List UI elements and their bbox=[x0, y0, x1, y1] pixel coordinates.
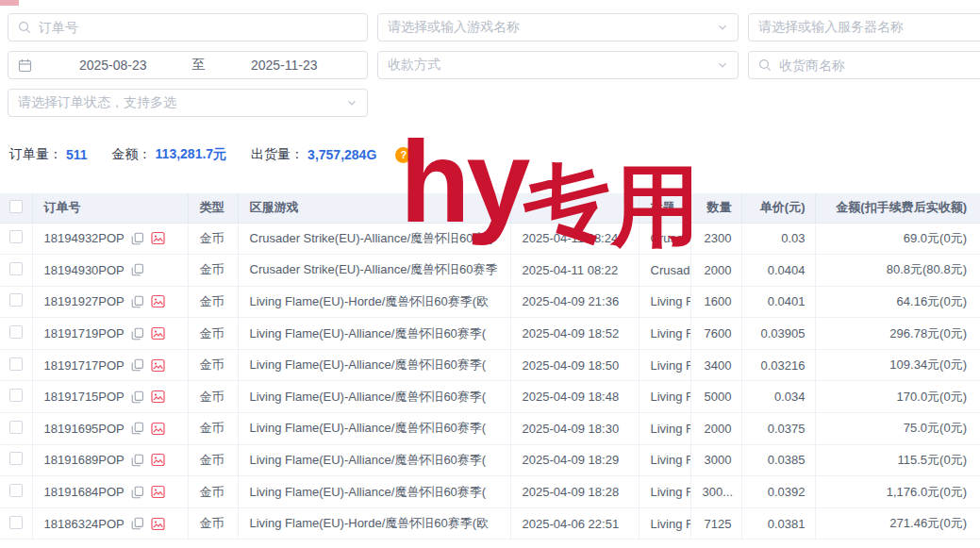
order-time: 2025-04-11 08:24 bbox=[510, 223, 639, 255]
row-checkbox[interactable] bbox=[9, 484, 23, 497]
image-icon[interactable] bbox=[151, 485, 165, 499]
order-price: 0.03905 bbox=[741, 318, 815, 350]
order-title: Crusade bbox=[639, 255, 690, 287]
help-icon[interactable]: ? bbox=[395, 147, 411, 163]
table-row: 18194932POP 金币 Crusader Strike(EU)-Allia… bbox=[0, 223, 980, 255]
copy-icon[interactable] bbox=[131, 390, 144, 404]
row-checkbox[interactable] bbox=[9, 357, 23, 371]
search-icon bbox=[758, 58, 772, 72]
order-time: 2025-04-09 18:50 bbox=[510, 349, 639, 381]
game-select[interactable]: 请选择或输入游戏名称 bbox=[377, 13, 739, 42]
copy-icon[interactable] bbox=[131, 422, 144, 435]
order-number: 18194932POP bbox=[44, 231, 125, 245]
image-icon[interactable] bbox=[151, 294, 165, 308]
image-icon[interactable] bbox=[151, 358, 165, 373]
order-amount: 109.34元(0元) bbox=[815, 349, 980, 381]
copy-icon[interactable] bbox=[131, 486, 144, 499]
game-select-placeholder: 请选择或输入游戏名称 bbox=[388, 19, 520, 36]
payment-method-select[interactable]: 收款方式 bbox=[377, 51, 739, 79]
row-checkbox[interactable] bbox=[9, 262, 23, 275]
order-game: Living Flame(EU)-Alliance/魔兽怀旧60赛季( bbox=[238, 318, 510, 350]
row-checkbox[interactable] bbox=[9, 389, 23, 402]
table-header-row: 订单号 类型 区服游戏 标题 数量 单价(元) 金额(扣手续费后实收额) bbox=[0, 193, 980, 223]
order-amount: 64.16元(0元) bbox=[815, 286, 980, 318]
date-end[interactable]: 2025-11-23 bbox=[211, 58, 358, 73]
date-to-label: 至 bbox=[187, 57, 211, 74]
order-price: 0.03216 bbox=[741, 349, 815, 381]
copy-icon[interactable] bbox=[131, 327, 144, 340]
stat-shipment: 出货量： 3,757,284G bbox=[251, 146, 376, 163]
row-checkbox[interactable] bbox=[9, 325, 23, 339]
copy-icon[interactable] bbox=[131, 295, 144, 308]
order-status-select[interactable]: 请选择订单状态，支持多选 bbox=[8, 89, 368, 117]
copy-icon[interactable] bbox=[131, 454, 144, 467]
col-type: 类型 bbox=[188, 193, 238, 223]
col-title: 标题 bbox=[639, 193, 690, 223]
order-time: 2025-04-06 22:51 bbox=[510, 507, 639, 540]
row-checkbox[interactable] bbox=[9, 293, 23, 307]
order-type: 金币 bbox=[188, 349, 238, 381]
order-amount: 115.5元(0元) bbox=[815, 444, 980, 476]
col-order-no: 订单号 bbox=[32, 193, 188, 223]
amount-value: 113,281.7元 bbox=[156, 146, 227, 163]
server-select[interactable]: 请选择或输入服务器名称 bbox=[748, 13, 980, 42]
order-amount: 1,176.0元(0元) bbox=[815, 476, 980, 508]
copy-icon[interactable] bbox=[131, 263, 144, 276]
order-number-search[interactable] bbox=[8, 13, 368, 42]
row-checkbox[interactable] bbox=[9, 452, 23, 465]
date-start[interactable]: 2025-08-23 bbox=[40, 58, 187, 73]
copy-icon[interactable] bbox=[131, 358, 144, 372]
order-number: 18194930POP bbox=[44, 263, 125, 277]
order-price: 0.0375 bbox=[741, 413, 815, 445]
image-icon[interactable] bbox=[151, 390, 165, 404]
image-icon[interactable] bbox=[151, 231, 165, 245]
receiver-search[interactable] bbox=[748, 51, 980, 79]
table-row: 18186324POP 金币 Living Flame(EU)-Horde/魔兽… bbox=[0, 507, 980, 540]
order-count-value: 511 bbox=[66, 147, 88, 162]
image-icon[interactable] bbox=[151, 453, 165, 467]
order-price: 0.0385 bbox=[741, 444, 815, 476]
shipment-value: 3,757,284G bbox=[307, 147, 376, 162]
row-checkbox[interactable] bbox=[9, 516, 23, 529]
order-type: 金币 bbox=[188, 476, 238, 508]
col-time bbox=[510, 193, 639, 223]
order-qty: 7125 bbox=[690, 507, 741, 540]
status-select-placeholder: 请选择订单状态，支持多选 bbox=[18, 94, 176, 111]
calendar-icon bbox=[18, 58, 32, 73]
row-checkbox[interactable] bbox=[9, 421, 23, 434]
image-icon[interactable] bbox=[151, 326, 165, 340]
order-type: 金币 bbox=[188, 507, 238, 540]
date-range-picker[interactable]: 2025-08-23 至 2025-11-23 bbox=[8, 51, 368, 79]
chevron-down-icon bbox=[346, 97, 357, 108]
order-price: 0.0404 bbox=[741, 255, 815, 287]
order-qty: 5000 bbox=[690, 381, 741, 413]
order-number: 18191719POP bbox=[44, 326, 125, 340]
order-qty: 1600 bbox=[690, 286, 741, 318]
receiver-search-input[interactable] bbox=[779, 58, 980, 73]
table-row: 18191717POP 金币 Living Flame(EU)-Alliance… bbox=[0, 349, 980, 381]
order-qty: 3400 bbox=[690, 349, 741, 381]
col-amount: 金额(扣手续费后实收额) bbox=[815, 193, 980, 223]
header-checkbox[interactable] bbox=[9, 200, 23, 213]
order-title: Crusade bbox=[639, 223, 690, 255]
order-price: 0.0392 bbox=[741, 476, 815, 508]
image-icon[interactable] bbox=[151, 422, 165, 436]
orders-table: 订单号 类型 区服游戏 标题 数量 单价(元) 金额(扣手续费后实收额) 181… bbox=[0, 193, 980, 540]
chevron-down-icon bbox=[717, 59, 728, 71]
order-game: Living Flame(EU)-Alliance/魔兽怀旧60赛季( bbox=[238, 413, 510, 445]
image-icon[interactable] bbox=[151, 517, 165, 531]
order-game: Living Flame(EU)-Horde/魔兽怀旧60赛季(欧 bbox=[238, 286, 510, 318]
order-number-input[interactable] bbox=[39, 20, 357, 35]
row-checkbox[interactable] bbox=[9, 230, 23, 243]
server-select-placeholder: 请选择或输入服务器名称 bbox=[758, 19, 904, 36]
order-game: Living Flame(EU)-Alliance/魔兽怀旧60赛季( bbox=[238, 444, 510, 476]
order-time: 2025-04-09 18:48 bbox=[510, 381, 639, 413]
order-qty: 300... bbox=[690, 476, 741, 508]
copy-icon[interactable] bbox=[131, 232, 144, 245]
order-game: Living Flame(EU)-Alliance/魔兽怀旧60赛季( bbox=[238, 476, 510, 508]
order-title: Living Fl bbox=[639, 413, 690, 445]
payment-select-placeholder: 收款方式 bbox=[388, 57, 440, 74]
order-qty: 2000 bbox=[690, 413, 741, 445]
copy-icon[interactable] bbox=[131, 517, 144, 530]
order-time: 2025-04-09 18:29 bbox=[510, 444, 639, 476]
